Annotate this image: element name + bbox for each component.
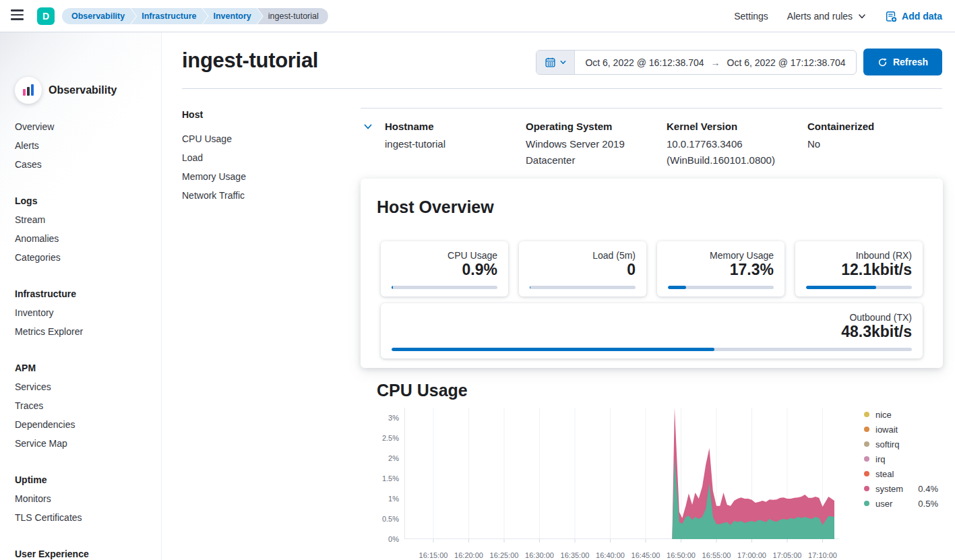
y-axis-label: 1.5% (369, 474, 399, 483)
sidebar-section-header: Infrastructure (0, 284, 162, 303)
settings-link[interactable]: Settings (734, 11, 768, 22)
metric-tile-inbound-rx-: Inbound (RX)12.1kbit/s (795, 241, 923, 297)
sidebar-item-tls-certificates[interactable]: TLS Certificates (0, 508, 162, 527)
sidebar-item-services[interactable]: Services (0, 377, 162, 396)
metric-label: Outbound (TX) (849, 312, 912, 323)
legend-item-irq[interactable]: irq (864, 452, 938, 466)
sidebar-item-monitors[interactable]: Monitors (0, 489, 162, 508)
end-time[interactable]: Oct 6, 2022 @ 17:12:38.704 (727, 57, 846, 68)
legend-color-dot (864, 412, 869, 417)
metadata-collapse-icon[interactable] (363, 121, 373, 132)
sidebar-item-cases[interactable]: Cases (0, 155, 162, 174)
sidebar-section-header: Uptime (0, 470, 162, 489)
subnav-item-cpu-usage[interactable]: CPU Usage (182, 129, 330, 148)
refresh-button[interactable]: Refresh (863, 49, 942, 75)
range-arrow-icon: → (711, 57, 720, 68)
subnav-header: Host (182, 109, 330, 123)
menu-icon[interactable] (11, 9, 24, 23)
cpu-usage-chart[interactable] (404, 408, 839, 542)
start-time[interactable]: Oct 6, 2022 @ 16:12:38.704 (585, 57, 704, 68)
sidebar-item-metrics-explorer[interactable]: Metrics Explorer (0, 322, 162, 341)
metric-label: Load (5m) (592, 250, 636, 261)
chart-legend: niceiowaitsoftirqirqstealsystem0.4%user0… (864, 407, 938, 511)
sidebar-group: UptimeMonitorsTLS Certificates (0, 470, 162, 527)
metadata-value: ingest-tutorial (385, 136, 520, 152)
breadcrumb-item-inventory[interactable]: Inventory (202, 8, 262, 24)
metric-progress-bar (530, 286, 636, 289)
add-data-link[interactable]: Add data (886, 11, 942, 22)
sidebar-item-inventory[interactable]: Inventory (0, 303, 162, 322)
y-axis-label: 2% (369, 454, 399, 462)
refresh-label: Refresh (893, 57, 928, 67)
sidebar-section-header: APM (0, 359, 162, 377)
metric-progress-fill (392, 286, 393, 289)
legend-color-dot (864, 456, 869, 462)
legend-label: nice (875, 410, 892, 420)
metric-progress-bar (392, 286, 497, 289)
y-axis-label: 3% (369, 414, 399, 422)
metric-progress-bar (392, 348, 912, 351)
legend-label: irq (875, 454, 885, 464)
metric-progress-bar (668, 286, 774, 289)
legend-item-steal[interactable]: steal (864, 466, 938, 481)
breadcrumb-item-observability[interactable]: Observability (62, 8, 136, 24)
legend-item-iowait[interactable]: iowait (864, 422, 938, 437)
sidebar-item-stream[interactable]: Stream (0, 210, 162, 229)
metric-tile-memory-usage: Memory Usage17.3% (657, 241, 784, 297)
sidebar-item-anomalies[interactable]: Anomalies (0, 229, 162, 248)
sidebar-group: User ExperienceDashboard (0, 545, 162, 560)
metric-value: 17.3% (730, 261, 774, 278)
metadata-label: Containerized (807, 120, 942, 133)
sidebar-item-dependencies[interactable]: Dependencies (0, 415, 162, 434)
refresh-icon (877, 57, 888, 67)
legend-item-system[interactable]: system0.4% (864, 481, 938, 496)
metric-progress-fill (530, 286, 530, 289)
alerts-and-rules-menu[interactable]: Alerts and rules (787, 11, 867, 22)
x-axis-label: 17:00:00 (737, 551, 766, 559)
page-title: ingest-tutorial (182, 49, 318, 73)
time-range-display: Oct 6, 2022 @ 16:12:38.704 → Oct 6, 2022… (575, 51, 856, 74)
sidebar-item-traces[interactable]: Traces (0, 396, 162, 415)
metadata-column: ContainerizedNo (807, 120, 942, 152)
legend-value: 0.5% (918, 499, 938, 509)
subnav-item-network-traffic[interactable]: Network Traffic (182, 186, 330, 205)
sidebar-section-header: User Experience (0, 545, 162, 560)
sidebar-item-service-map[interactable]: Service Map (0, 434, 162, 453)
legend-item-nice[interactable]: nice (864, 407, 938, 422)
sidebar-item-categories[interactable]: Categories (0, 248, 162, 267)
subnav-item-memory-usage[interactable]: Memory Usage (182, 167, 330, 186)
metadata-label: Operating System (526, 120, 660, 133)
metric-label: CPU Usage (448, 250, 497, 261)
legend-item-user[interactable]: user0.5% (864, 496, 938, 511)
header-divider (182, 88, 942, 89)
sidebar-group: InfrastructureInventoryMetrics Explorer (0, 284, 162, 341)
host-overview-card: Host Overview CPU Usage0.9%Load (5m)0Mem… (361, 179, 943, 368)
legend-color-dot (864, 441, 869, 447)
metric-tile-cpu-usage: CPU Usage0.9% (381, 241, 508, 297)
subnav-item-load[interactable]: Load (182, 148, 330, 167)
x-axis-label: 16:45:00 (631, 551, 660, 559)
quick-select-button[interactable] (536, 51, 575, 74)
time-range-picker: Oct 6, 2022 @ 16:12:38.704 → Oct 6, 2022… (536, 50, 857, 75)
metric-value: 0.9% (462, 261, 497, 278)
x-axis-label: 16:50:00 (667, 551, 696, 559)
metadata-value: 10.0.17763.3406 (WinBuild.160101.0800) (667, 136, 801, 168)
y-axis-label: 0.5% (369, 515, 399, 523)
metadata-column: Kernel Version10.0.17763.3406 (WinBuild.… (667, 120, 801, 168)
sidebar-item-alerts[interactable]: Alerts (0, 136, 162, 155)
sidebar-solution-home[interactable]: Observability (15, 77, 117, 104)
space-badge[interactable]: D (37, 7, 55, 25)
legend-color-dot (864, 501, 869, 506)
metric-label: Memory Usage (710, 250, 774, 261)
legend-color-dot (864, 427, 869, 432)
x-axis-label: 16:40:00 (596, 551, 625, 559)
sidebar-group: OverviewAlertsCases (0, 117, 162, 174)
app-window: D ObservabilityInfrastructureInventoryin… (0, 0, 955, 560)
metric-progress-fill (806, 286, 876, 289)
y-axis-label: 2.5% (369, 434, 399, 442)
breadcrumb-item-infrastructure[interactable]: Infrastructure (131, 8, 208, 24)
sidebar-item-overview[interactable]: Overview (0, 117, 162, 136)
legend-item-softirq[interactable]: softirq (864, 437, 938, 452)
chevron-down-icon (857, 11, 867, 21)
host-subnav: Host CPU UsageLoadMemory UsageNetwork Tr… (182, 109, 330, 205)
